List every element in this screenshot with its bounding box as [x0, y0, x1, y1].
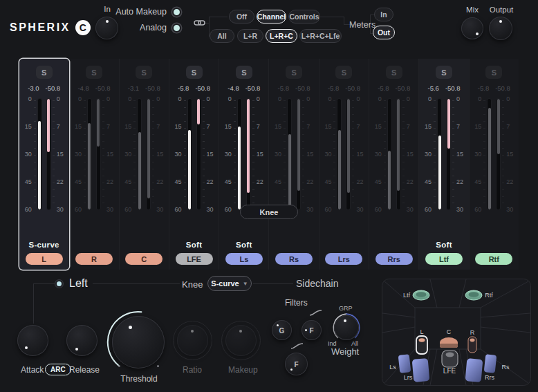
input-meter-ticks — [34, 100, 36, 208]
solo-button[interactable]: S — [36, 66, 53, 79]
input-meter-bar — [188, 130, 191, 209]
ratio-knob[interactable] — [177, 325, 208, 356]
link-lrc-button[interactable]: L+R+C — [266, 29, 297, 43]
channel-name-pill[interactable]: R — [75, 253, 113, 265]
weight-knob[interactable] — [334, 315, 359, 340]
meters-in-button[interactable]: In — [374, 8, 393, 21]
input-meter-ticks — [483, 100, 485, 208]
solo-button[interactable]: S — [286, 66, 302, 79]
threshold-knob[interactable] — [112, 316, 165, 368]
gr-meter-scale: 07152230 — [257, 99, 266, 209]
attack-knob[interactable] — [17, 325, 48, 356]
gr-meter-scale: 07152230 — [356, 99, 366, 209]
channel-strip[interactable]: S -5.8 -50.8 015304560 07152230 Lrs — [319, 59, 369, 270]
channel-name-pill[interactable]: C — [125, 253, 163, 265]
detect-controls-button[interactable]: Controls — [288, 10, 320, 24]
channel-name-pill[interactable]: Rs — [275, 253, 313, 265]
detect-channel-button[interactable]: Channel — [257, 10, 286, 24]
sidechain-freq2-knob[interactable]: F — [285, 353, 308, 375]
freq-knob-letter: F — [302, 326, 322, 334]
input-meter-scale: 015304560 — [122, 99, 131, 209]
solo-button[interactable]: S — [136, 66, 152, 79]
channel-name-pill[interactable]: Ls — [225, 253, 263, 265]
knee-dropdown[interactable]: S-curve ▼ — [207, 276, 252, 291]
link-lrclfe-button[interactable]: L+R+C+Lfe — [299, 29, 342, 43]
label-l: L — [420, 328, 423, 335]
channel-header: Left — [55, 277, 88, 290]
speaker-rrs[interactable] — [465, 358, 483, 382]
channel-strip[interactable]: S -5.8 -50.8 015304560 07152230 Rrs — [369, 59, 419, 270]
gr-meter-ticks — [402, 100, 405, 208]
input-meter-scale: 015304560 — [472, 99, 481, 209]
strip-knee-label: Soft — [219, 241, 268, 249]
output-knob[interactable] — [489, 17, 512, 40]
detect-off-button[interactable]: Off — [229, 10, 254, 24]
channel-strip[interactable]: S -5.6 -50.8 015304560 07152230 Soft Ltf — [419, 59, 469, 270]
meter-zone: 015304560 07152230 — [472, 99, 516, 209]
input-meter-bar — [288, 134, 291, 209]
meters-out-button[interactable]: Out — [373, 26, 395, 39]
solo-button[interactable]: S — [436, 66, 452, 79]
gr-meter-ticks — [452, 100, 454, 208]
channel-name-pill[interactable]: Lrs — [325, 253, 362, 265]
solo-button[interactable]: S — [335, 66, 352, 79]
solo-button[interactable]: S — [236, 66, 252, 79]
analog-toggle[interactable] — [172, 24, 181, 32]
link-icon[interactable] — [194, 19, 205, 27]
gain-reduction-bar — [447, 99, 450, 149]
channel-name-pill[interactable]: LFE — [176, 253, 213, 265]
arc-button[interactable]: ARC — [45, 364, 71, 375]
gr-meter-ticks — [502, 100, 504, 208]
input-meter-scale: 015304560 — [72, 99, 82, 209]
auto-makeup-toggle[interactable] — [172, 8, 181, 17]
meter-readouts: -5.8 -50.8 — [269, 84, 318, 92]
channel-strip[interactable]: S -5.8 -50.8 015304560 07152230 Rtf — [470, 59, 519, 270]
mix-knob[interactable] — [461, 17, 483, 39]
speaker-ls[interactable] — [398, 354, 411, 373]
channel-strip[interactable]: S -4.8 -50.8 015304560 07152230 R — [69, 59, 119, 270]
gr-meter-scale: 07152230 — [306, 99, 316, 209]
gain-reduction-readout: -50.8 — [495, 84, 510, 92]
channel-strip[interactable]: S -5.8 -50.8 015304560 07152230 Soft LFE — [169, 59, 219, 270]
gain-reduction-bar — [47, 99, 50, 152]
sidechain-freq-knob[interactable]: F — [302, 320, 322, 340]
speaker-l-selected[interactable] — [416, 336, 427, 354]
channel-strip[interactable]: S -4.8 -50.8 015304560 07152230 Soft Ls — [219, 59, 269, 270]
link-all-button[interactable]: All — [210, 29, 234, 43]
gr-meter-scale: 07152230 — [407, 99, 416, 209]
channel-name-pill[interactable]: L — [26, 253, 63, 265]
makeup-knob[interactable] — [225, 325, 257, 356]
solo-button[interactable]: S — [186, 66, 203, 79]
speaker-rtf[interactable] — [465, 290, 482, 300]
release-label: Release — [69, 365, 100, 375]
speaker-lrs[interactable] — [412, 358, 430, 382]
solo-button[interactable]: S — [86, 66, 102, 79]
meter-zone: 015304560 07152230 — [422, 99, 466, 209]
spherix-plugin-window: SPHERIX C In Auto Makeup Analog Off Chan… — [0, 0, 538, 392]
input-meter-ticks — [333, 100, 335, 208]
input-meter-ticks — [84, 100, 86, 208]
gain-reduction-meter — [397, 99, 400, 209]
makeup-label: Makeup — [228, 365, 258, 375]
sidechain-gain-knob[interactable]: G — [272, 320, 292, 340]
channel-name-pill[interactable]: Ltf — [425, 253, 463, 265]
channel-strip[interactable]: S -3.0 -50.8 015304560 07152230 S-curve … — [19, 59, 69, 270]
speaker-rs[interactable] — [484, 354, 497, 373]
meter-zone: 015304560 07152230 — [372, 99, 416, 209]
link-lr-button[interactable]: L+R — [237, 29, 263, 43]
meter-zone: 015304560 07152230 — [122, 99, 166, 209]
solo-button[interactable]: S — [485, 66, 502, 79]
speaker-ltf[interactable] — [413, 290, 429, 300]
input-meter-bar — [488, 108, 491, 209]
channel-name-pill[interactable]: Rrs — [375, 253, 413, 265]
speaker-lfe[interactable] — [442, 351, 458, 367]
channel-name-pill[interactable]: Rtf — [475, 253, 512, 265]
channel-strip[interactable]: S -3.1 -50.8 015304560 07152230 C — [120, 59, 169, 270]
solo-button[interactable]: S — [386, 66, 402, 79]
gr-meter-scale: 07152230 — [156, 99, 166, 209]
release-knob[interactable] — [66, 325, 98, 356]
channel-strip[interactable]: S -5.8 -50.8 015304560 07152230 Rs — [269, 59, 319, 270]
input-meter — [388, 99, 391, 209]
speaker-r[interactable] — [468, 337, 476, 353]
gr-meter-ticks — [352, 100, 354, 208]
